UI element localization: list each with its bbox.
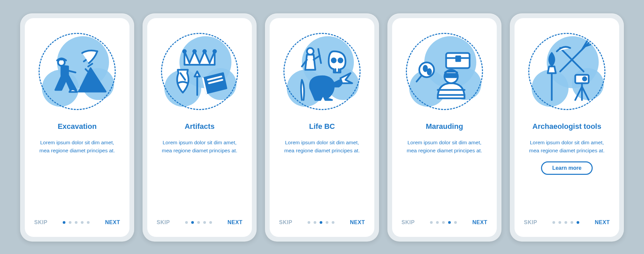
onboarding-screen-excavation: Excavation Lorem ipsum dolor sit dim ame… [25,18,129,237]
skip-button[interactable]: SKIP [401,219,415,225]
svg-rect-22 [456,56,460,61]
svg-rect-30 [445,74,457,77]
next-button[interactable]: NEXT [472,219,487,225]
skip-button[interactable]: SKIP [279,219,292,225]
screen-title: Marauding [426,122,463,131]
svg-line-37 [575,87,582,100]
dot [191,221,194,224]
dot [314,221,316,224]
screen-title: Excavation [58,122,97,131]
svg-point-25 [424,66,427,71]
svg-point-14 [338,58,342,62]
dot [436,221,439,224]
phone-frame: Artifacts Lorem ipsum dolor sit dim amet… [143,13,257,242]
dot [571,221,573,224]
life-bc-icon [283,33,361,110]
screen-desc: Lorem ipsum dolor sit dim amet, mea regi… [33,139,121,155]
page-dots [552,221,579,224]
dot [454,221,457,224]
page-dots [63,221,90,224]
next-button[interactable]: NEXT [105,219,120,225]
svg-point-8 [213,50,216,53]
onboarding-screen-life-bc: Life BC Lorem ipsum dolor sit dim amet, … [270,18,374,237]
page-dots [185,221,212,224]
screen-title: Archaeologist tools [532,122,601,131]
dot [448,221,451,224]
page-dots [430,221,457,224]
phone-frame: Marauding Lorem ipsum dolor sit dim amet… [387,13,501,242]
screen-title: Life BC [309,122,335,131]
svg-point-5 [183,50,186,53]
dot [552,221,555,224]
svg-line-24 [417,75,422,82]
skip-button[interactable]: SKIP [34,219,47,225]
next-button[interactable]: NEXT [350,219,365,225]
learn-more-button[interactable]: Learn more [541,161,592,175]
dot [81,221,84,224]
onboarding-screen-marauding: Marauding Lorem ipsum dolor sit dim amet… [392,18,497,237]
skip-button[interactable]: SKIP [524,219,537,225]
screen-desc: Lorem ipsum dolor sit dim amet, mea regi… [278,139,366,155]
onboarding-nav: SKIP NEXT [157,219,243,225]
dot [320,221,322,224]
marauding-icon [406,33,483,110]
svg-point-7 [203,50,206,53]
next-button[interactable]: NEXT [595,219,610,225]
phone-frame: Excavation Lorem ipsum dolor sit dim ame… [20,13,134,242]
dot [332,221,334,224]
screen-desc: Lorem ipsum dolor sit dim amet, mea regi… [400,139,489,155]
dot [197,221,200,224]
dot [442,221,445,224]
svg-line-38 [582,87,589,100]
dot [430,221,433,224]
phone-frame: Archaeologist tools Lorem ipsum dolor si… [510,13,624,242]
page-dots [308,221,334,224]
dot [558,221,561,224]
dot [69,221,71,224]
excavation-icon [39,33,116,110]
skip-button[interactable]: SKIP [157,219,170,225]
svg-point-13 [332,58,336,62]
svg-point-26 [428,69,431,74]
dot [209,221,212,224]
screen-desc: Lorem ipsum dolor sit dim amet, mea regi… [523,139,611,155]
screen-title: Artifacts [184,122,214,131]
screen-desc: Lorem ipsum dolor sit dim amet, mea regi… [155,139,244,155]
svg-point-6 [193,50,196,53]
artifacts-icon [161,33,238,110]
next-button[interactable]: NEXT [227,219,243,225]
dot [185,221,188,224]
onboarding-nav: SKIP NEXT [401,219,487,225]
svg-line-1 [88,64,92,66]
phone-frame: Life BC Lorem ipsum dolor sit dim amet, … [265,13,379,242]
svg-point-35 [583,77,586,81]
onboarding-nav: SKIP NEXT [34,219,120,225]
svg-line-2 [86,69,89,72]
dot [63,221,65,224]
dot [326,221,328,224]
archaeologist-tools-icon [528,33,605,110]
onboarding-screen-artifacts: Artifacts Lorem ipsum dolor sit dim amet… [147,18,252,237]
svg-point-17 [307,48,314,55]
onboarding-nav: SKIP NEXT [279,219,365,225]
onboarding-nav: SKIP NEXT [524,219,610,225]
dot [565,221,567,224]
dot [75,221,77,224]
dot [203,221,206,224]
dot [577,221,579,224]
dot [87,221,90,224]
dot [308,221,310,224]
onboarding-screen-tools: Archaeologist tools Lorem ipsum dolor si… [515,18,619,237]
